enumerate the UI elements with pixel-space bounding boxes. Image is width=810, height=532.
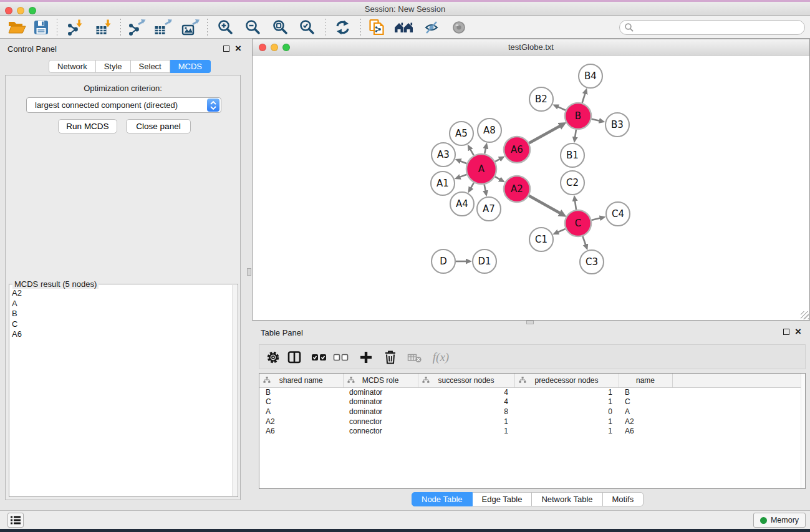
graph-edge-B-B1[interactable] — [575, 130, 576, 138]
table-header-row[interactable]: shared nameMCDS rolesuccessor nodesprede… — [259, 374, 802, 387]
graph-node-A4[interactable]: A4 — [450, 192, 474, 216]
graph-edge-A6-B[interactable] — [529, 126, 560, 143]
table-scrollbar[interactable] — [801, 374, 805, 488]
table-close-panel-icon[interactable]: × — [795, 329, 801, 335]
graph-edge-C-C2[interactable] — [575, 201, 576, 210]
memory-button[interactable]: Memory — [753, 513, 806, 528]
tab-network-table[interactable]: Network Table — [532, 492, 602, 506]
network-window-titlebar[interactable]: testGlobe.txt — [253, 39, 809, 56]
graph-edge-B-B2[interactable] — [557, 107, 566, 110]
column-header-mcds-role[interactable]: MCDS role — [343, 374, 418, 387]
graph-node-A6[interactable]: A6 — [504, 137, 530, 163]
search-field[interactable] — [619, 20, 805, 35]
export-image-icon[interactable] — [180, 18, 200, 37]
graph-node-C3[interactable]: C3 — [580, 250, 604, 274]
graph-node-B[interactable]: B — [565, 103, 591, 129]
result-item[interactable]: A — [12, 299, 22, 309]
graph-edge-A-A7[interactable] — [485, 185, 486, 191]
open-session-icon[interactable] — [7, 18, 27, 37]
show-details-icon[interactable] — [449, 18, 469, 37]
graph-node-B4[interactable]: B4 — [579, 64, 602, 88]
graph-node-A7[interactable]: A7 — [477, 197, 501, 221]
result-item[interactable]: A2 — [12, 288, 22, 299]
tab-motifs[interactable]: Motifs — [603, 492, 644, 506]
table-row[interactable]: Adominator80A — [259, 407, 802, 417]
home-icon[interactable] — [394, 18, 414, 37]
graph-node-B2[interactable]: B2 — [529, 87, 553, 111]
network-canvas[interactable]: B4B2BB3A5A8A6A3AB1A1A2C2A4A7C4CC1C3DD1 — [253, 56, 809, 320]
show-columns-icon[interactable] — [285, 349, 304, 365]
graph-edge-A2-C[interactable] — [529, 196, 560, 213]
column-header-predecessor-nodes[interactable]: predecessor nodes — [514, 374, 619, 387]
tab-network[interactable]: Network — [49, 60, 96, 73]
graph-edge-A-A2[interactable] — [495, 177, 500, 180]
close-panel-icon[interactable]: × — [235, 46, 241, 52]
import-table-icon[interactable] — [94, 18, 113, 37]
select-all-icon[interactable] — [310, 349, 329, 365]
zoom-in-icon[interactable] — [216, 18, 236, 37]
table-row[interactable]: A2connector11A2 — [259, 417, 802, 427]
zoom-selected-icon[interactable] — [297, 18, 317, 37]
column-header-successor-nodes[interactable]: successor nodes — [418, 374, 514, 387]
close-panel-button[interactable]: Close panel — [126, 119, 191, 133]
export-table-icon[interactable] — [153, 18, 173, 37]
result-item[interactable]: C — [12, 319, 22, 330]
run-mcds-button[interactable]: Run MCDS — [58, 119, 117, 133]
zoom-fit-icon[interactable] — [271, 18, 291, 37]
result-item[interactable]: A6 — [12, 329, 22, 340]
column-header-name[interactable]: name — [619, 374, 672, 387]
graph-edge-B-B3[interactable] — [592, 119, 600, 121]
deselect-all-icon[interactable] — [332, 349, 350, 365]
graph-node-A2[interactable]: A2 — [504, 176, 530, 202]
graph-node-D1[interactable]: D1 — [473, 249, 496, 273]
refresh-network-icon[interactable] — [332, 18, 352, 37]
graph-edge-A-A6[interactable] — [495, 159, 500, 162]
hide-details-icon[interactable] — [422, 18, 441, 37]
window-resize-handle[interactable] — [801, 311, 809, 319]
graph-edge-A-A5[interactable] — [470, 149, 474, 155]
graph-edge-A-A3[interactable] — [460, 161, 467, 163]
mcds-result-list[interactable]: A2ABCA6 — [12, 288, 22, 340]
graph-edge-A-A4[interactable] — [471, 183, 474, 188]
splitpane-handle-horizontal[interactable] — [526, 321, 534, 324]
graph-node-C4[interactable]: C4 — [606, 202, 630, 226]
table-row[interactable]: A6connector11A6 — [259, 426, 802, 436]
criterion-dropdown[interactable]: largest connected component (directed) — [26, 97, 221, 113]
delete-row-icon[interactable] — [381, 349, 400, 365]
tab-select[interactable]: Select — [131, 60, 170, 73]
tab-mcds[interactable]: MCDS — [170, 60, 211, 73]
task-history-button[interactable] — [7, 513, 24, 528]
graph-edge-A-A8[interactable] — [485, 148, 486, 153]
graph-node-C[interactable]: C — [565, 210, 591, 236]
graph-node-B1[interactable]: B1 — [561, 143, 584, 167]
graph-node-D[interactable]: D — [432, 249, 455, 273]
save-session-icon[interactable] — [31, 18, 51, 37]
tab-node-table[interactable]: Node Table — [412, 492, 473, 506]
table-settings-icon[interactable] — [264, 349, 282, 365]
import-network-icon[interactable] — [65, 18, 85, 37]
graph-node-A[interactable]: A — [466, 154, 496, 184]
column-header-shared-name[interactable]: shared name — [259, 374, 343, 387]
result-scrollbar[interactable] — [232, 285, 237, 496]
clone-network-icon[interactable] — [368, 18, 388, 37]
table-float-panel-icon[interactable] — [783, 329, 789, 335]
graph-node-A5[interactable]: A5 — [450, 122, 473, 145]
add-row-icon[interactable] — [357, 349, 375, 365]
graph-edge-C-C3[interactable] — [582, 236, 586, 245]
function-builder-icon[interactable]: f(x) — [428, 349, 454, 365]
splitpane-handle-vertical[interactable] — [247, 268, 251, 276]
zoom-out-icon[interactable] — [243, 18, 263, 37]
graph-node-C1[interactable]: C1 — [529, 228, 553, 251]
graph-node-B3[interactable]: B3 — [605, 113, 629, 137]
table-row[interactable]: Cdominator41C — [259, 397, 802, 407]
export-network-icon[interactable] — [127, 18, 147, 37]
graph-edge-C-C4[interactable] — [591, 218, 600, 220]
tab-edge-table[interactable]: Edge Table — [473, 492, 533, 506]
graph-node-C2[interactable]: C2 — [561, 171, 584, 195]
search-input[interactable] — [634, 23, 804, 32]
tab-style[interactable]: Style — [96, 60, 131, 73]
graph-node-A8[interactable]: A8 — [478, 118, 501, 142]
graph-edge-B-B4[interactable] — [582, 94, 586, 103]
table-row[interactable]: Bdominator41B — [259, 387, 802, 397]
float-panel-icon[interactable] — [223, 46, 229, 52]
